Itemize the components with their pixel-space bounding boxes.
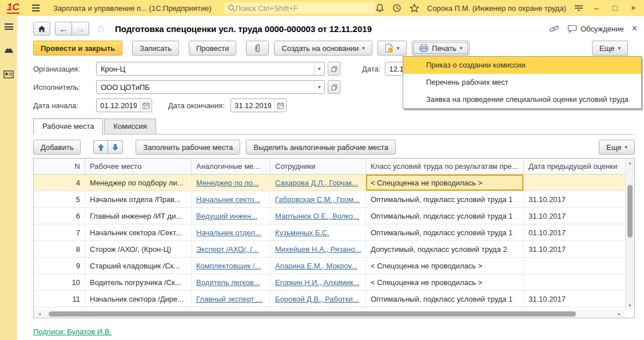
scroll-up-icon[interactable]: ▴ <box>626 160 634 165</box>
window-close-button[interactable]: × <box>628 3 638 13</box>
create-based-on-button[interactable]: Создать на основании ▾ <box>274 41 372 56</box>
cell-prev-date[interactable] <box>524 258 625 274</box>
cell-employees[interactable]: Габровская С.М., Гром... <box>271 191 366 207</box>
vertical-scroll-thumb[interactable] <box>627 185 633 238</box>
table-row[interactable]: 9 Старший кладовщик /Ск... Комплектовщик… <box>34 258 634 274</box>
scroll-down-icon[interactable]: ▾ <box>626 303 634 308</box>
document-history-button[interactable]: ▾ <box>377 41 407 56</box>
cell-workplace[interactable]: Водитель погрузчика /Ск... <box>85 274 192 290</box>
cell-class[interactable]: Оптимальный, подкласс условий труда 1 <box>366 291 524 307</box>
combo-dropdown-icon[interactable]: ▾ <box>314 62 324 75</box>
cell-similar[interactable]: Начальник отдел... <box>192 224 271 240</box>
cell-prev-date[interactable]: 31.10.2017 <box>524 291 625 307</box>
attachments-button[interactable] <box>246 41 269 56</box>
employees-link[interactable]: Боровой Д.В., Работки... <box>275 295 359 303</box>
cell-workplace[interactable]: Начальник сектора /Сект... <box>85 224 192 240</box>
cell-n[interactable]: 9 <box>34 258 85 274</box>
form-close-button[interactable]: × <box>632 23 637 34</box>
tab-commission[interactable]: Комиссия <box>104 118 156 134</box>
similar-link[interactable]: Главный эксперт ... <box>196 295 263 303</box>
cell-employees[interactable]: Егоркин Н.И., Алхимик... <box>271 274 366 290</box>
post-and-close-button[interactable]: Провести и закрыть <box>33 41 122 56</box>
scroll-right-icon[interactable]: ▸ <box>616 311 623 317</box>
cell-prev-date[interactable]: 31.10.2017 <box>524 208 625 224</box>
cell-employees[interactable]: Апарина Е.М., Мокроу... <box>271 258 366 274</box>
cell-class[interactable]: Оптимальный, подкласс условий труда 1 <box>366 208 524 224</box>
menu-item-workplaces-list[interactable]: Перечень рабочих мест <box>403 74 641 91</box>
employees-link[interactable]: Мартынюк О.Е., Волко... <box>275 212 359 220</box>
cell-workplace[interactable]: Начальник сектора /Дире... <box>85 291 192 307</box>
cell-n[interactable]: 4 <box>34 175 85 191</box>
scroll-left-icon[interactable]: ◂ <box>36 311 43 317</box>
end-date-input[interactable] <box>231 101 275 110</box>
similar-link[interactable]: Водитель легков... <box>196 278 260 287</box>
discussion-button[interactable]: Обсуждение <box>567 25 624 33</box>
cell-workplace[interactable]: Сторож /АХО/, (Крон-Ц) <box>85 241 192 257</box>
cell-n[interactable]: 6 <box>34 208 85 224</box>
table-row[interactable]: 11 Начальник сектора /Дире... Главный эк… <box>34 291 634 307</box>
horizontal-scrollbar[interactable]: ◂ ▸ <box>34 310 625 318</box>
home-button[interactable] <box>33 22 50 35</box>
cell-class-active[interactable]: < Спецоценка не проводилась > <box>366 175 524 191</box>
back-button[interactable]: ← <box>55 22 72 35</box>
table-more-button[interactable]: Еще ▾ <box>599 140 635 155</box>
sidebar-menu-icon[interactable] <box>5 23 13 30</box>
cell-class[interactable]: Оптимальный, подкласс условий труда 1 <box>366 191 524 207</box>
favorites-star-icon[interactable] <box>410 3 419 13</box>
executor-open-button[interactable] <box>328 80 340 94</box>
select-similar-button[interactable]: Выделить аналогичные рабочие места <box>246 140 396 155</box>
search-input[interactable] <box>236 4 372 13</box>
cell-similar[interactable]: Начальник секто... <box>192 191 271 207</box>
cell-similar[interactable]: Ведущий инжен... <box>192 208 271 224</box>
forward-button[interactable]: → <box>72 22 89 35</box>
start-date-field[interactable] <box>96 98 152 112</box>
table-row[interactable]: 5 Начальник отдела /Прав... Начальник се… <box>34 191 634 208</box>
window-maximize-button[interactable]: □ <box>610 3 620 13</box>
move-up-button[interactable] <box>93 140 108 154</box>
favorite-star-icon[interactable]: ☆ <box>96 22 106 35</box>
cell-employees[interactable]: Боровой Д.В., Работки... <box>271 291 366 307</box>
cell-similar[interactable]: Эксперт /АХО/, (... <box>192 241 271 257</box>
similar-link[interactable]: Ведущий инжен... <box>196 212 257 220</box>
notifications-bell-icon[interactable] <box>375 3 384 13</box>
cell-class[interactable]: < Спецоценка не проводилась > <box>366 258 524 274</box>
organization-input[interactable] <box>97 65 314 73</box>
cell-prev-date[interactable] <box>524 274 625 290</box>
cell-class[interactable]: Допустимый, подкласс условий труда 2 <box>366 241 524 257</box>
cell-employees[interactable]: Михейцев Н.А., Рязано... <box>271 241 366 257</box>
similar-link[interactable]: Эксперт /АХО/, (... <box>196 245 259 254</box>
similar-link[interactable]: Менеджер по по... <box>196 179 259 187</box>
cell-n[interactable]: 7 <box>34 224 85 240</box>
safety-helmet-icon[interactable] <box>4 46 14 54</box>
horizontal-scroll-thumb[interactable] <box>49 311 576 317</box>
employees-link[interactable]: Апарина Е.М., Мокроу... <box>275 262 357 270</box>
organization-combo[interactable]: ▾ <box>96 62 325 76</box>
print-button[interactable]: Печать ▾ <box>412 41 470 56</box>
history-icon[interactable] <box>392 3 401 13</box>
end-date-field[interactable] <box>230 98 287 112</box>
cell-prev-date[interactable] <box>524 175 625 191</box>
table-row[interactable]: 6 Главный инженер /ИТ ди... Ведущий инже… <box>34 208 634 224</box>
organization-open-button[interactable] <box>328 62 340 76</box>
similar-link[interactable]: Начальник секто... <box>196 195 260 204</box>
table-row[interactable]: 8 Сторож /АХО/, (Крон-Ц) Эксперт /АХО/, … <box>34 241 634 258</box>
calendar-icon[interactable] <box>140 99 152 112</box>
post-button[interactable]: Провести <box>189 41 237 56</box>
similar-link[interactable]: Начальник отдел... <box>196 228 261 237</box>
calendar-icon[interactable] <box>275 99 286 112</box>
menu-item-assessment-request[interactable]: Заявка на проведение специальной оценки … <box>403 91 641 108</box>
cell-n[interactable]: 11 <box>34 291 85 307</box>
cell-n[interactable]: 8 <box>34 241 85 257</box>
window-minimize-button[interactable]: – <box>591 3 602 13</box>
cell-workplace[interactable]: Главный инженер /ИТ ди... <box>85 208 192 224</box>
combo-dropdown-icon[interactable]: ▾ <box>314 81 324 93</box>
employees-link[interactable]: Егоркин Н.И., Алхимик... <box>275 278 359 287</box>
employees-link[interactable]: Габровская С.М., Гром... <box>275 195 360 204</box>
cell-employees[interactable]: Кузьминых Б.С. <box>271 224 366 240</box>
cell-employees[interactable]: Сахарова Д.Л., Горчак... <box>271 175 366 191</box>
signatures-link[interactable]: Подписи: Булатов И.В. <box>33 327 112 336</box>
employees-link[interactable]: Сахарова Д.Л., Горчак... <box>275 179 358 187</box>
horizontal-scroll-track[interactable] <box>43 311 616 317</box>
cell-similar[interactable]: Менеджер по по... <box>192 175 271 191</box>
cell-prev-date[interactable]: 31.10.2017 <box>524 191 625 207</box>
